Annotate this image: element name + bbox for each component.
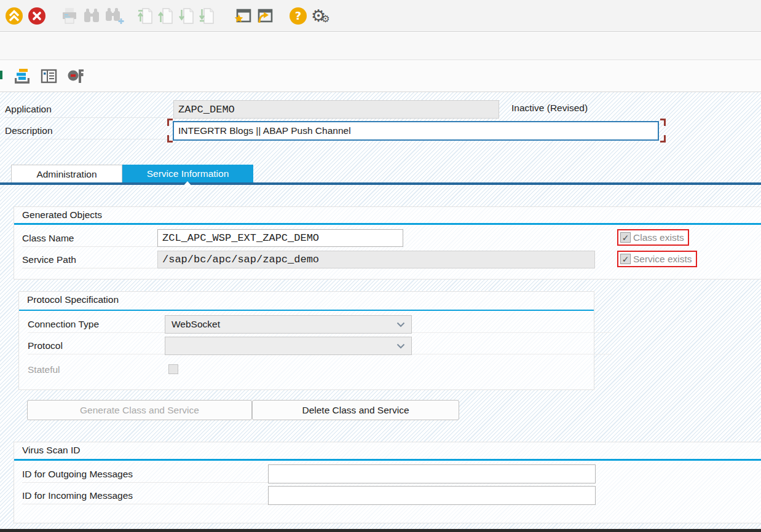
- print-icon[interactable]: [60, 7, 79, 25]
- tab-service-information[interactable]: Service Information: [122, 165, 253, 183]
- virus-scan-title: Virus Scan ID: [22, 445, 80, 456]
- where-used-icon[interactable]: [66, 68, 85, 85]
- activation-log-icon[interactable]: [12, 67, 31, 85]
- last-page-icon[interactable]: [199, 7, 216, 25]
- new-session-icon[interactable]: [233, 7, 251, 25]
- connection-type-value: WebSocket: [172, 319, 220, 330]
- application-label: Application: [5, 100, 170, 118]
- tab-administration[interactable]: Administration: [11, 165, 122, 183]
- description-field[interactable]: [173, 121, 659, 141]
- modified-corner-mark: [660, 135, 666, 143]
- protocol-dropdown[interactable]: [165, 337, 412, 355]
- class-exists-checkbox[interactable]: ✓: [620, 232, 631, 243]
- modified-corner-mark: [167, 119, 173, 126]
- find-next-icon[interactable]: [104, 7, 125, 25]
- delete-class-and-service-button[interactable]: Delete Class and Service: [252, 400, 459, 420]
- first-page-icon[interactable]: [137, 7, 154, 25]
- class-name-field[interactable]: [157, 229, 403, 247]
- bottom-bar: [0, 529, 761, 532]
- previous-page-icon[interactable]: [157, 7, 175, 25]
- description-label: Description: [5, 122, 170, 139]
- cancel-icon[interactable]: [28, 7, 46, 25]
- main-toolbar: ? ⚙⚙: [0, 0, 761, 32]
- customize-layout-icon[interactable]: ⚙⚙: [311, 4, 330, 28]
- active-tab-notch: [182, 181, 193, 187]
- outgoing-messages-label: ID for Outgoing Messages: [22, 465, 268, 483]
- chevron-down-icon: [396, 319, 405, 330]
- stateful-label: Stateful: [28, 361, 163, 378]
- tabstrip-line: [0, 182, 761, 185]
- svg-text:?: ?: [295, 9, 301, 22]
- class-exists-highlight: ✓ Class exists: [617, 229, 689, 246]
- virus-scan-group: Virus Scan ID ID for Outgoing Messages I…: [14, 442, 761, 523]
- service-path-label: Service Path: [22, 251, 157, 268]
- incoming-messages-label: ID for Incoming Messages: [22, 487, 268, 504]
- stateful-checkbox[interactable]: [168, 364, 178, 374]
- generated-objects-group: Generated Objects Class Name ✓ Class exi…: [14, 206, 761, 280]
- help-icon[interactable]: ?: [289, 7, 307, 25]
- next-page-icon[interactable]: [178, 7, 195, 25]
- generated-objects-title: Generated Objects: [22, 209, 102, 221]
- application-field[interactable]: [173, 100, 499, 119]
- service-exists-highlight: ✓ Service exists: [617, 251, 697, 267]
- create-shortcut-icon[interactable]: [254, 7, 273, 25]
- service-exists-label: Service exists: [633, 254, 692, 265]
- object-list-icon[interactable]: [39, 68, 58, 85]
- clipped-icon: [0, 71, 2, 79]
- outgoing-messages-field[interactable]: [268, 464, 596, 483]
- exit-icon[interactable]: [5, 7, 23, 25]
- service-path-field[interactable]: [157, 251, 595, 268]
- group-rule: [14, 459, 761, 461]
- group-rule: [14, 223, 761, 225]
- protocol-specification-title: Protocol Specification: [27, 294, 119, 305]
- service-exists-checkbox[interactable]: ✓: [620, 254, 631, 264]
- generate-class-and-service-button[interactable]: Generate Class and Service: [27, 400, 252, 420]
- protocol-specification-group: Protocol Specification Connection Type W…: [18, 291, 594, 390]
- modified-corner-mark: [167, 135, 173, 143]
- incoming-messages-field[interactable]: [268, 486, 596, 505]
- chevron-down-icon: [396, 340, 405, 351]
- modified-corner-mark: [660, 119, 666, 126]
- application-toolbar: [0, 61, 761, 92]
- content-area: Application Inactive (Revised) Descripti…: [0, 92, 761, 532]
- class-exists-label: Class exists: [633, 232, 684, 243]
- find-icon[interactable]: [82, 7, 101, 25]
- status-text: Inactive (Revised): [511, 103, 588, 114]
- title-strip: [0, 33, 761, 60]
- sap-gui-window: ? ⚙⚙ Application Inactive (Revised) Desc…: [0, 0, 761, 532]
- group-rule: [19, 310, 594, 311]
- connection-type-dropdown[interactable]: WebSocket: [165, 315, 412, 334]
- class-name-label: Class Name: [22, 229, 157, 247]
